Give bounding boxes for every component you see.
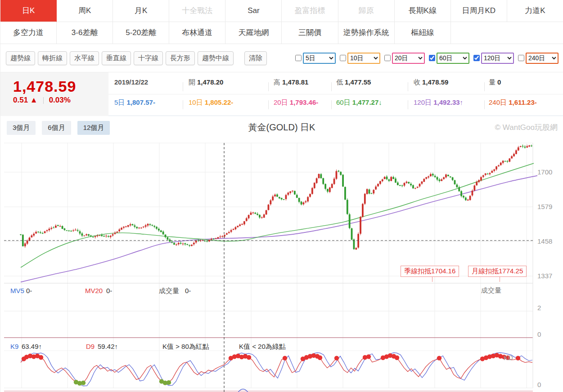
wantgoo-chart-page: 日K周K月K十全戰法Sar盈富指標歸原長期K線日周月KD力道K多空力道3-6差離… (0, 0, 563, 392)
tab-布林通道[interactable]: 布林通道 (169, 22, 225, 44)
tab-力道K[interactable]: 力道K (507, 0, 563, 22)
tab-5-20差離[interactable]: 5-20差離 (113, 22, 169, 44)
tab-樞紐線[interactable]: 樞紐線 (395, 22, 451, 44)
ma-select-240日[interactable]: 240日 (526, 53, 558, 64)
chart-plot-area[interactable]: 1700157914581337MV50-MV200-成交量0-成交量20K96… (0, 138, 563, 392)
chart-header: 3個月6個月12個月 黃金(GOLD) 日K © WantGoo玩股網 (0, 116, 563, 138)
ma-checkbox-10日[interactable] (340, 55, 346, 61)
tab-日周月KD[interactable]: 日周月KD (451, 0, 507, 22)
draw-tool-轉折線[interactable]: 轉折線 (38, 51, 67, 65)
draw-tool-趨勢中線[interactable]: 趨勢中線 (198, 51, 234, 65)
tab-3-6差離[interactable]: 3-6差離 (57, 22, 113, 44)
tab-三關價[interactable]: 三關價 (282, 22, 338, 44)
draw-tool-十字線[interactable]: 十字線 (134, 51, 163, 65)
ohlc-開: 開1,478.20 (189, 78, 223, 87)
ma-checkbox-5日[interactable] (295, 55, 302, 61)
ohlc-量: 量0 (489, 78, 501, 87)
ma-toggle-10日: 10日 (340, 53, 380, 64)
ma-checkbox-120日[interactable] (473, 55, 480, 61)
indicator-menu: 日K周K月K十全戰法Sar盈富指標歸原長期K線日周月KD力道K多空力道3-6差離… (0, 0, 563, 44)
change-value: 0.51 (13, 96, 28, 105)
up-arrow-icon: ▲ (30, 96, 38, 105)
ma-toggle-120日: 120日 (473, 53, 514, 64)
quote-column-divider (183, 82, 183, 91)
menu-cell-empty (451, 22, 563, 44)
quote-column-divider (183, 100, 183, 109)
quote-column-divider (268, 100, 269, 109)
ohlc-低: 低1,477.55 (336, 78, 371, 87)
tab-天羅地網[interactable]: 天羅地網 (225, 22, 282, 44)
ma-value-20日: 20日 1,793.46- (274, 98, 318, 107)
tab-Sar[interactable]: Sar (225, 0, 282, 22)
drawing-toolbar: 趨勢線轉折線水平線垂直線十字線長方形趨勢中線 清除 5日10日20日60日120… (0, 44, 563, 72)
ma-toggle-5日: 5日 (295, 53, 336, 64)
ma-select-10日[interactable]: 10日 (347, 53, 380, 64)
draw-tool-長方形[interactable]: 長方形 (166, 51, 195, 65)
price-change: 0.51 ▲ 0.03% (13, 96, 108, 105)
drawing-tools: 趨勢線轉折線水平線垂直線十字線長方形趨勢中線 (3, 51, 234, 65)
draw-tool-水平線[interactable]: 水平線 (70, 51, 99, 65)
quote-column-divider (484, 82, 485, 91)
draw-tool-垂直線[interactable]: 垂直線 (102, 51, 131, 65)
change-percent: 0.03% (49, 96, 71, 105)
ma-select-120日[interactable]: 120日 (481, 53, 514, 64)
ma-toggle-240日: 240日 (518, 53, 558, 64)
quote-column-divider (408, 100, 408, 109)
ma-select-5日[interactable]: 5日 (303, 53, 336, 64)
candlestick-chart-canvas[interactable] (0, 138, 563, 392)
tab-歸原: 歸原 (338, 0, 395, 22)
tab-多空力道[interactable]: 多空力道 (0, 22, 57, 44)
tab-長期K線[interactable]: 長期K線 (395, 0, 451, 22)
quote-column-divider (331, 100, 332, 109)
ma-select-20日[interactable]: 20日 (392, 53, 425, 64)
ohlc-收: 收1,478.59 (414, 78, 448, 87)
draw-tool-趨勢線[interactable]: 趨勢線 (6, 51, 35, 65)
tab-周K[interactable]: 周K (57, 0, 113, 22)
watermark: © WantGoo玩股網 (495, 122, 558, 133)
quote-row-divider (108, 94, 563, 94)
ma-checkbox-20日[interactable] (384, 55, 391, 61)
ma-value-240日: 240日 1,611.23- (489, 98, 537, 107)
tab-月K[interactable]: 月K (113, 0, 169, 22)
tab-日K[interactable]: 日K (0, 0, 57, 22)
ma-value-60日: 60日 1,477.27↓ (336, 98, 382, 107)
ma-toggle-group: 5日10日20日60日120日240日 (295, 53, 560, 64)
ma-checkbox-240日[interactable] (518, 55, 524, 61)
ma-select-60日[interactable]: 60日 (437, 53, 469, 64)
quote-date: 2019/12/22 (114, 78, 148, 86)
ma-value-120日: 120日 1,492.33↑ (414, 98, 463, 107)
last-price: 1,478.59 (13, 78, 108, 94)
chart-title: 黃金(GOLD) 日K (0, 121, 563, 134)
tab-十全戰法: 十全戰法 (169, 0, 225, 22)
quote-column-divider (268, 82, 269, 91)
ma-checkbox-60日[interactable] (429, 55, 435, 61)
tab-逆勢操作系統[interactable]: 逆勢操作系統 (338, 22, 395, 44)
quote-strip: 1,478.59 0.51 ▲ 0.03% 2019/12/22開1,478.2… (0, 72, 563, 116)
quote-column-divider (408, 82, 408, 91)
ohlc-高: 高1,478.81 (274, 78, 308, 87)
ma-toggle-60日: 60日 (429, 53, 469, 64)
ma-value-5日: 5日 1,807.57- (114, 98, 155, 107)
ma-toggle-20日: 20日 (384, 53, 425, 64)
quote-column-divider (484, 100, 485, 109)
tab-盈富指標: 盈富指標 (282, 0, 338, 22)
quote-column-divider (331, 82, 332, 91)
clear-button[interactable]: 清除 (244, 51, 267, 65)
ma-value-10日: 10日 1,805.22- (189, 98, 233, 107)
change-divider (43, 97, 44, 104)
price-block: 1,478.59 0.51 ▲ 0.03% (0, 72, 108, 116)
